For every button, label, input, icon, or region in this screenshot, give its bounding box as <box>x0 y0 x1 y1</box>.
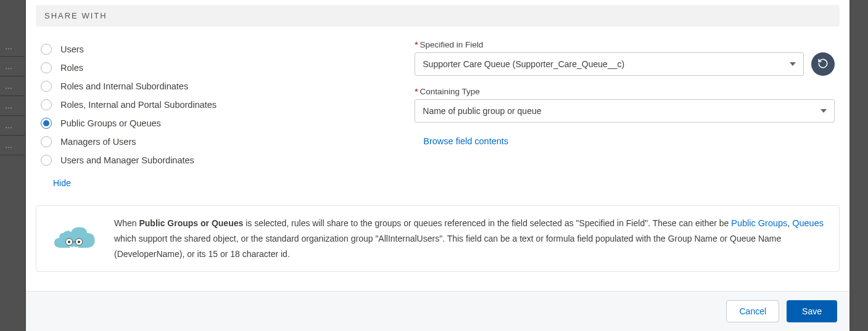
radio-label: Public Groups or Queues <box>60 118 161 128</box>
background-grid: … … … … … … <box>0 37 25 155</box>
radio-indicator <box>41 81 52 92</box>
radio-roles-internal-subordinates[interactable]: Roles and Internal Subordinates <box>41 77 390 96</box>
specified-in-field-label: *Specified in Field <box>415 40 835 49</box>
containing-type-label: *Containing Type <box>415 87 835 96</box>
button-label: Save <box>802 306 822 316</box>
radio-indicator <box>41 118 52 129</box>
button-label: Cancel <box>739 306 766 316</box>
radio-indicator <box>41 99 52 110</box>
required-star-icon: * <box>415 87 418 96</box>
queues-link[interactable]: Queues <box>792 218 824 228</box>
specified-in-field-combo[interactable]: Supporter Care Queue (Supporter_Care_Que… <box>415 52 804 76</box>
info-callout: When Public Groups or Queues is selected… <box>36 205 840 272</box>
radio-label: Roles and Internal Subordinates <box>60 81 188 91</box>
radio-roles[interactable]: Roles <box>41 59 390 77</box>
modal-body: SHARE WITH Users Roles Roles and Interna… <box>26 0 849 291</box>
info-text-part: , <box>787 218 792 228</box>
radio-indicator <box>41 44 52 55</box>
info-text-part: is selected, rules will share to the gro… <box>243 218 731 228</box>
modal: SHARE WITH Users Roles Roles and Interna… <box>26 0 849 331</box>
info-text-part: When <box>114 218 139 228</box>
containing-type-block: *Containing Type Name of public group or… <box>415 87 835 123</box>
svg-point-3 <box>78 240 80 243</box>
radio-public-groups-or-queues[interactable]: Public Groups or Queues <box>41 114 390 133</box>
label-text: Containing Type <box>420 87 480 96</box>
radio-roles-internal-portal-subordinates[interactable]: Roles, Internal and Portal Subordinates <box>41 96 390 114</box>
radio-label: Users <box>60 44 84 54</box>
svg-point-2 <box>68 240 70 243</box>
browse-field-contents-link[interactable]: Browse field contents <box>415 134 508 146</box>
required-star-icon: * <box>415 40 418 49</box>
hide-link[interactable]: Hide <box>41 170 71 188</box>
section-title: SHARE WITH <box>44 11 107 20</box>
info-text: When Public Groups or Queues is selected… <box>114 216 827 261</box>
public-groups-link[interactable]: Public Groups <box>731 218 787 228</box>
radio-managers-of-users[interactable]: Managers of Users <box>41 133 390 151</box>
containing-type-combo[interactable]: Name of public group or queue <box>415 99 835 123</box>
section-header-share-with: SHARE WITH <box>36 5 840 27</box>
radio-users-manager-subordinates[interactable]: Users and Manager Subordinates <box>41 151 390 170</box>
radio-indicator <box>41 155 52 166</box>
radio-label: Roles <box>60 63 83 73</box>
label-text: Specified in Field <box>420 40 484 49</box>
specified-in-field-block: *Specified in Field Supporter Care Queue… <box>415 40 835 76</box>
cancel-button[interactable]: Cancel <box>726 300 779 322</box>
radio-indicator <box>41 136 52 147</box>
right-column: *Specified in Field Supporter Care Queue… <box>415 40 835 188</box>
radio-label: Roles, Internal and Portal Subordinates <box>60 100 217 110</box>
refresh-button[interactable] <box>811 52 835 76</box>
form-columns: Users Roles Roles and Internal Subordina… <box>36 27 840 194</box>
share-with-radio-group: Users Roles Roles and Internal Subordina… <box>41 40 390 188</box>
combo-value: Name of public group or queue <box>423 106 541 116</box>
chevron-down-icon <box>820 109 827 113</box>
radio-indicator <box>41 62 52 73</box>
refresh-icon <box>817 58 829 71</box>
save-button[interactable]: Save <box>787 300 837 322</box>
mascot-icon <box>46 216 102 255</box>
radio-label: Users and Manager Subordinates <box>60 155 194 165</box>
info-text-part: which support the shared object, or the … <box>114 234 781 259</box>
modal-footer: Cancel Save <box>26 291 849 331</box>
radio-users[interactable]: Users <box>41 40 390 59</box>
info-bold: Public Groups or Queues <box>139 218 243 228</box>
radio-label: Managers of Users <box>60 137 136 147</box>
chevron-down-icon <box>790 62 796 66</box>
combo-value: Supporter Care Queue (Supporter_Care_Que… <box>423 59 624 69</box>
